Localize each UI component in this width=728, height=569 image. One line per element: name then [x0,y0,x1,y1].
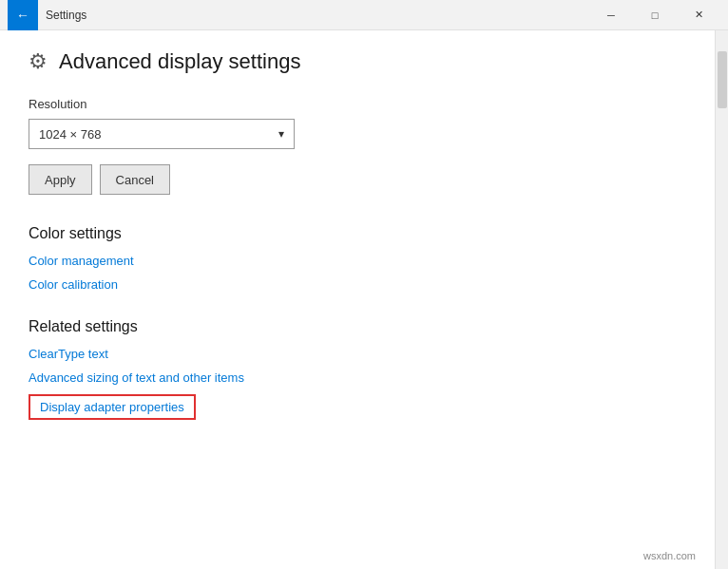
dropdown-arrow-icon: ▾ [278,127,284,141]
maximize-icon: □ [652,9,659,21]
resolution-dropdown[interactable]: 1024 × 768 ▾ [29,119,295,149]
page-header: ⚙ Advanced display settings [29,49,686,74]
page-title: Advanced display settings [59,49,300,74]
title-bar: ← Settings ─ □ ✕ [0,0,728,30]
maximize-button[interactable]: □ [633,0,677,30]
minimize-button[interactable]: ─ [589,0,633,30]
close-button[interactable]: ✕ [677,0,720,30]
back-button[interactable]: ← [8,0,38,30]
resolution-section: Resolution 1024 × 768 ▾ [29,97,686,149]
button-row: Apply Cancel [29,164,686,195]
cleartype-text-link[interactable]: ClearType text [29,347,686,361]
window-controls: ─ □ ✕ [589,0,720,30]
color-settings-title: Color settings [29,225,686,242]
settings-gear-icon: ⚙ [29,51,48,72]
scrollbar[interactable] [715,30,728,569]
window-title: Settings [46,9,589,22]
color-settings-section: Color settings Color management Color ca… [29,225,686,292]
content-area: ⚙ Advanced display settings Resolution 1… [0,30,715,569]
advanced-sizing-link[interactable]: Advanced sizing of text and other items [29,370,686,385]
close-icon: ✕ [695,9,703,21]
resolution-value: 1024 × 768 [39,127,101,142]
related-settings-section: Related settings ClearType text Advanced… [29,318,686,420]
back-icon: ← [16,8,29,23]
main-container: ⚙ Advanced display settings Resolution 1… [0,30,728,569]
color-management-link[interactable]: Color management [29,254,686,268]
watermark: wsxdn.com [643,550,696,561]
minimize-icon: ─ [607,9,615,21]
display-adapter-properties-link[interactable]: Display adapter properties [29,394,196,420]
related-settings-title: Related settings [29,318,686,335]
resolution-label: Resolution [29,97,686,111]
cancel-button[interactable]: Cancel [100,164,170,195]
apply-button[interactable]: Apply [29,164,92,195]
color-calibration-link[interactable]: Color calibration [29,277,686,292]
scrollbar-thumb[interactable] [718,51,727,108]
